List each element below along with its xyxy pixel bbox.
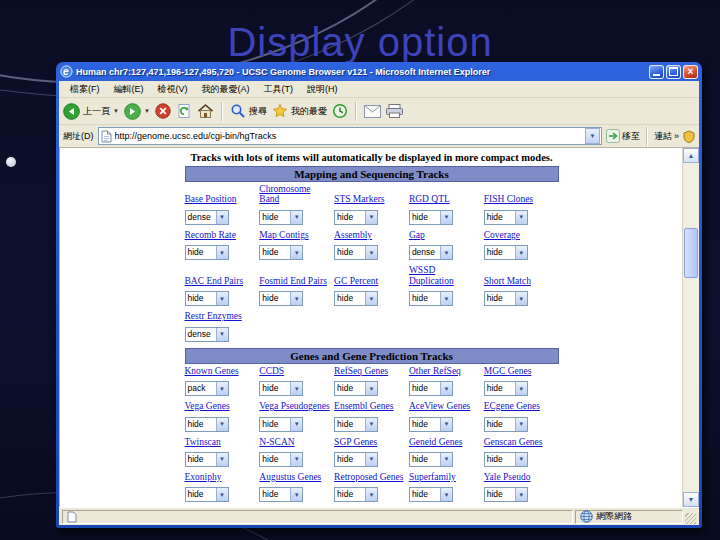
menu-item-view[interactable]: 檢視(V) (151, 82, 195, 97)
track-visibility-select[interactable]: dense▼ (409, 245, 453, 260)
track-link[interactable]: Base Position (185, 194, 258, 204)
links-button[interactable]: 連結 » (654, 130, 679, 143)
track-visibility-select[interactable]: hide▼ (334, 245, 378, 260)
track-visibility-select[interactable]: hide▼ (409, 381, 453, 396)
close-button[interactable]: × (683, 65, 698, 79)
track-link[interactable]: Assembly (334, 230, 407, 240)
track-visibility-select[interactable]: hide▼ (259, 487, 303, 502)
track-link[interactable]: Ensembl Genes (334, 401, 407, 411)
track-link[interactable]: Short Match (484, 276, 557, 286)
track-link[interactable]: Retroposed Genes (334, 472, 407, 482)
address-input[interactable]: http://genome.ucsc.edu/cgi-bin/hgTracks … (98, 127, 602, 145)
track-link[interactable]: Yale Pseudo (484, 472, 557, 482)
track-link[interactable]: Superfamily (409, 472, 482, 482)
menu-item-edit[interactable]: 編輯(E) (107, 82, 151, 97)
go-button[interactable]: 移至 (606, 129, 640, 143)
track-visibility-select[interactable]: hide▼ (334, 210, 378, 225)
track-link[interactable]: WSSD Duplication (409, 265, 482, 286)
track-visibility-select[interactable]: hide▼ (334, 452, 378, 467)
track-visibility-select[interactable]: hide▼ (259, 452, 303, 467)
scrollbar-thumb[interactable] (684, 228, 698, 278)
track-visibility-select[interactable]: hide▼ (484, 381, 528, 396)
track-visibility-select[interactable]: hide▼ (484, 487, 528, 502)
track-link[interactable]: Genscan Genes (484, 437, 557, 447)
track-link[interactable]: Chromosome Band (259, 184, 332, 205)
track-visibility-select[interactable]: hide▼ (484, 291, 528, 306)
maximize-button[interactable] (666, 65, 681, 79)
window-titlebar[interactable]: e Human chr7:127,471,196-127,495,720 - U… (59, 62, 699, 81)
track-visibility-select[interactable]: hide▼ (185, 417, 229, 432)
track-link[interactable]: Augustus Genes (259, 472, 332, 482)
menu-item-help[interactable]: 說明(H) (300, 82, 345, 97)
track-link[interactable]: Other RefSeq (409, 366, 482, 376)
track-visibility-select[interactable]: hide▼ (409, 210, 453, 225)
track-visibility-select[interactable]: hide▼ (484, 245, 528, 260)
track-link[interactable]: RGD QTL (409, 194, 482, 204)
track-link[interactable]: ECgene Genes (484, 401, 557, 411)
track-visibility-select[interactable]: hide▼ (259, 245, 303, 260)
home-button[interactable] (197, 103, 214, 119)
track-link[interactable]: BAC End Pairs (185, 276, 258, 286)
menu-item-tools[interactable]: 工具(T) (257, 82, 301, 97)
track-visibility-select[interactable]: hide▼ (259, 291, 303, 306)
search-button[interactable]: 搜尋 (230, 103, 267, 119)
history-button[interactable] (332, 103, 348, 119)
track-link[interactable]: Known Genes (185, 366, 258, 376)
track-visibility-select[interactable]: dense▼ (185, 327, 229, 342)
track-link[interactable]: GC Percent (334, 276, 407, 286)
track-link[interactable]: AceView Genes (409, 401, 482, 411)
back-button[interactable]: 上一頁 ▼ (63, 103, 119, 120)
track-link[interactable]: Restr Enzymes (185, 311, 258, 321)
forward-button[interactable]: ▼ (124, 103, 150, 120)
track-link[interactable]: CCDS (259, 366, 332, 376)
track-visibility-select[interactable]: hide▼ (409, 452, 453, 467)
track-visibility-select[interactable]: hide▼ (334, 381, 378, 396)
track-link[interactable]: Coverage (484, 230, 557, 240)
mail-button[interactable] (364, 105, 381, 118)
track-link[interactable]: Map Contigs (259, 230, 332, 240)
track-visibility-select[interactable]: hide▼ (185, 245, 229, 260)
menu-item-file[interactable]: 檔案(F) (63, 82, 107, 97)
track-link[interactable]: Geneid Genes (409, 437, 482, 447)
addon-icon[interactable] (683, 130, 695, 143)
track-visibility-select[interactable]: dense▼ (185, 210, 229, 225)
track-visibility-select[interactable]: pack▼ (185, 381, 229, 396)
scroll-down-button[interactable]: ▼ (683, 492, 699, 507)
track-visibility-select[interactable]: hide▼ (334, 417, 378, 432)
resize-grip[interactable] (685, 513, 696, 524)
track-link[interactable]: STS Markers (334, 194, 407, 204)
track-link[interactable]: Vega Pseudogenes (259, 401, 332, 411)
track-visibility-select[interactable]: hide▼ (484, 210, 528, 225)
track-visibility-select[interactable]: hide▼ (409, 291, 453, 306)
vertical-scrollbar[interactable]: ▲ ▼ (682, 148, 699, 507)
track-link[interactable]: RefSeq Genes (334, 366, 407, 376)
track-link[interactable]: Gap (409, 230, 482, 240)
menu-item-favorites[interactable]: 我的最愛(A) (195, 82, 257, 97)
stop-button[interactable] (155, 103, 171, 119)
track-link[interactable]: Recomb Rate (185, 230, 258, 240)
track-visibility-select[interactable]: hide▼ (334, 291, 378, 306)
address-dropdown-button[interactable]: ▼ (585, 128, 600, 144)
track-link[interactable]: N-SCAN (259, 437, 332, 447)
track-visibility-select[interactable]: hide▼ (484, 452, 528, 467)
minimize-button[interactable] (649, 65, 664, 79)
track-visibility-select[interactable]: hide▼ (334, 487, 378, 502)
print-button[interactable] (386, 104, 403, 118)
track-link[interactable]: SGP Genes (334, 437, 407, 447)
track-visibility-select[interactable]: hide▼ (259, 381, 303, 396)
refresh-button[interactable] (176, 103, 192, 119)
track-visibility-select[interactable]: hide▼ (185, 452, 229, 467)
track-link[interactable]: Vega Genes (185, 401, 258, 411)
track-visibility-select[interactable]: hide▼ (185, 291, 229, 306)
track-link[interactable]: FISH Clones (484, 194, 557, 204)
track-visibility-select[interactable]: hide▼ (409, 487, 453, 502)
track-visibility-select[interactable]: hide▼ (484, 417, 528, 432)
track-link[interactable]: Twinscan (185, 437, 258, 447)
track-link[interactable]: Exoniphy (185, 472, 258, 482)
track-visibility-select[interactable]: hide▼ (409, 417, 453, 432)
favorites-button[interactable]: 我的最愛 (272, 103, 327, 119)
track-visibility-select[interactable]: hide▼ (259, 417, 303, 432)
track-link[interactable]: MGC Genes (484, 366, 557, 376)
track-visibility-select[interactable]: hide▼ (259, 210, 303, 225)
scroll-up-button[interactable]: ▲ (683, 148, 699, 163)
